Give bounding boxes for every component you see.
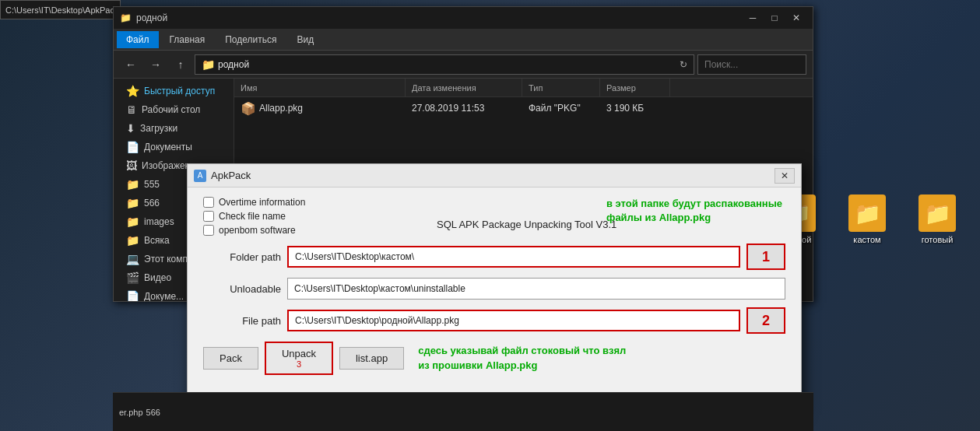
folder-kastom-img: 📁 [848,194,886,232]
file-list-header: Имя Дата изменения Тип Размер [234,79,813,97]
explorer-minimize-btn[interactable]: ─ [743,11,763,25]
thispc-icon: 💻 [126,253,139,265]
col-header-type: Тип [522,79,600,96]
dialog-title-text: ApkPack [211,170,251,181]
apkpack-dialog: A ApkPack ✕ Overtime information Check f… [187,163,802,412]
unloadable-label: Unloadable [203,283,281,295]
sidebar-555-label: 555 [144,179,160,190]
folder-icon-title: 📁 [120,12,132,23]
file-pkg-icon: 📦 [241,101,256,116]
ribbon-tab-file[interactable]: Файл [117,31,159,48]
overtime-label: Overtime information [219,197,305,208]
file-path-input[interactable] [287,310,740,331]
folder-kastom-label: кастом [853,235,880,244]
sidebar-item-documents[interactable]: 📄 Документы [114,138,234,156]
dialog-body: Overtime information Check file name ope… [188,187,801,384]
folder-gotovyj-icon: 📁 [924,201,951,226]
browse-folder-btn[interactable]: 1 [746,244,785,270]
sidebar-documents-label: Документы [144,142,192,152]
unloadable-input[interactable] [287,278,785,300]
explorer-title-text: родной [136,12,167,23]
sidebar-item-desktop[interactable]: 🖥 Рабочий стол [114,100,234,119]
explorer-toolbar: ← → ↑ 📁 родной ↻ [114,51,813,79]
folder-images-icon: 📁 [126,216,139,228]
pack-btn[interactable]: Pack [203,347,258,370]
sidebar-dok-label: Докуме... [144,291,184,301]
dok-icon: 📄 [126,290,139,301]
desktop-icon-kastom[interactable]: 📁 кастом [840,194,894,244]
ribbon-tab-share[interactable]: Поделиться [216,31,286,48]
sidebar-item-quick-access[interactable]: ⭐ Быстрый доступ [114,82,234,100]
forward-btn[interactable]: → [145,54,167,75]
dialog-win-controls: ✕ [775,168,795,184]
folder-path-input[interactable] [287,246,740,268]
sidebar-quick-access-label: Быстрый доступ [144,86,215,96]
file-path-row: File path 2 [203,307,785,334]
file-name-text: Allapp.pkg [259,103,303,114]
sidebar-video-label: Видео [144,272,171,283]
sidebar-566-label: 566 [144,198,160,208]
checkfile-checkbox[interactable] [203,211,214,222]
file-path-label: File path [203,315,281,327]
green-note-2: сдесь указывай файл стоковый что взял из… [418,344,636,372]
file-size-cell: 3 190 КБ [600,97,670,119]
explorer-close-btn[interactable]: ✕ [786,11,806,25]
sidebar-desktop-label: Рабочий стол [142,104,200,115]
col-header-name: Имя [234,79,406,96]
images-icon: 🖼 [126,159,137,172]
explorer-ribbon: Файл Главная Поделиться Вид [114,29,813,51]
documents-icon: 📄 [126,141,139,153]
back-btn[interactable]: ← [120,54,142,75]
unpack-btn[interactable]: Unpack 3 [265,342,333,375]
ribbon-tab-home[interactable]: Главная [160,31,215,48]
folder-566-icon: 📁 [126,197,139,209]
up-btn[interactable]: ↑ [170,54,191,75]
folder-vsyaka-icon: 📁 [126,234,139,247]
sidebar-downloads-label: Загрузки [140,123,177,134]
bottom-item-566: 566 [146,408,160,417]
sidebar-images2-label: images [144,216,174,227]
bottom-item-erphp: er.php [119,408,143,417]
openbom-checkbox[interactable] [203,225,214,236]
folder-path-row: Folder path 1 [203,244,785,270]
action-row: Pack Unpack 3 list.app сдесь указывай фа… [203,342,785,375]
browse-file-num: 2 [762,313,770,329]
tool-name: SQL APK Package Unpacking Tool V3.1 [437,219,616,230]
file-name-cell: 📦 Allapp.pkg [234,97,406,119]
dialog-close-btn[interactable]: ✕ [775,168,795,184]
dialog-title-left: A ApkPack [194,170,251,182]
file-type-cell: Файл "PKG" [522,97,600,119]
explorer-title-left: 📁 родной [120,12,167,23]
dialog-titlebar: A ApkPack ✕ [188,164,801,187]
folder-gotovyj-label: готовый [922,235,954,244]
browse-folder-num: 1 [762,249,770,265]
quick-access-icon: ⭐ [126,85,139,97]
desktop: C:\Users\IT\Desktop\ApkPackE.exe 📁 родно… [0,0,980,431]
unpack-label: Unpack [282,348,316,359]
file-date-cell: 27.08.2019 11:53 [406,97,522,119]
openbom-label: openbom software [219,225,296,236]
unpack-number: 3 [282,359,316,369]
checkfile-label: Check file name [219,211,286,222]
address-folder-icon: 📁 [202,58,215,71]
table-row[interactable]: 📦 Allapp.pkg 27.08.2019 11:53 Файл "PKG"… [234,97,813,119]
explorer-titlebar: 📁 родной ─ □ ✕ [114,7,813,29]
folder-gotovyj-img: 📁 [919,194,956,232]
bottom-bar: er.php 566 [113,392,813,431]
listapp-btn[interactable]: list.app [339,347,404,370]
folder-555-icon: 📁 [126,178,139,191]
address-refresh-icon[interactable]: ↻ [680,59,687,70]
browse-file-btn[interactable]: 2 [746,307,785,334]
explorer-maximize-btn[interactable]: □ [764,11,785,25]
ribbon-tab-view[interactable]: Вид [287,31,323,48]
unloadable-row: Unloadable [203,278,785,300]
downloads-icon: ⬇ [126,122,135,135]
explorer-win-controls: ─ □ ✕ [743,11,806,25]
desktop-icon-gotovyj[interactable]: 📁 готовый [910,194,964,244]
folder-kastom-icon: 📁 [854,201,881,226]
overtime-checkbox[interactable] [203,197,214,208]
address-text: родной [218,59,249,70]
sidebar-item-downloads[interactable]: ⬇ Загрузки [114,119,234,138]
search-input[interactable] [697,54,806,75]
address-bar[interactable]: 📁 родной ↻ [195,54,694,75]
